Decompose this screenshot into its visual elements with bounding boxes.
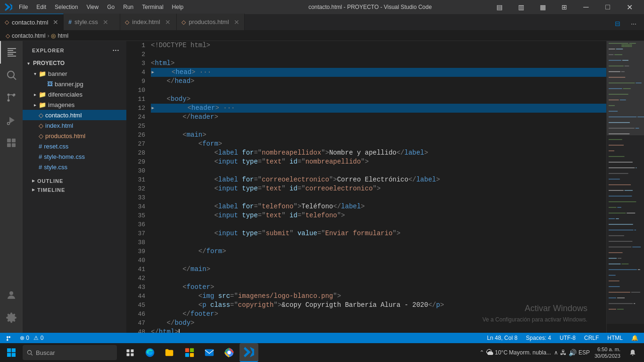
- layout-btn-2[interactable]: ▥: [510, 0, 532, 14]
- code-line-1: <!DOCTYPE html>: [151, 41, 606, 50]
- sidebar-section-outline[interactable]: ▸ OUTLINE: [23, 176, 126, 185]
- tab-label-contacto: contacto.html: [12, 19, 48, 26]
- code-line-45: <p class="copyrigth">&copy Copyrigth Bar…: [151, 301, 606, 310]
- file-icon-productos: ◇: [39, 132, 43, 140]
- svg-point-2: [8, 94, 10, 96]
- sidebar-item-index[interactable]: ◇ index.html: [23, 120, 126, 131]
- status-encoding[interactable]: UTF-8: [558, 335, 578, 341]
- taskbar-search[interactable]: Buscar: [23, 345, 117, 360]
- app-icon: [4, 2, 13, 12]
- breadcrumb: ◇ contacto.html › ◎ html: [0, 31, 644, 41]
- menu-help[interactable]: Help: [168, 2, 188, 12]
- taskbar-mail[interactable]: [200, 343, 219, 362]
- code-editor[interactable]: <!DOCTYPE html> <html> ▸ <head> ··· </he…: [149, 41, 606, 333]
- taskbar-edge[interactable]: [140, 343, 159, 362]
- code-line-11: <body>: [151, 95, 606, 104]
- activity-settings[interactable]: [0, 306, 23, 329]
- more-tabs-button[interactable]: ···: [627, 17, 640, 30]
- sidebar-item-label-imagenes: imagenes: [48, 101, 74, 108]
- tray-weather[interactable]: 🌥 10°C Mayorm. nubla...: [486, 348, 551, 357]
- menu-terminal[interactable]: Terminal: [138, 2, 167, 12]
- folder-arrow-proyecto: ▾: [25, 61, 32, 66]
- activity-search[interactable]: [0, 64, 23, 86]
- svg-rect-16: [127, 349, 130, 352]
- status-branch[interactable]: [4, 335, 14, 341]
- taskbar-vscode[interactable]: [239, 343, 258, 362]
- code-line-44: <img src="imagenes/logo-blanco.png">: [151, 292, 606, 301]
- taskbar-file-explorer[interactable]: [160, 343, 179, 362]
- sidebar-item-diferenciales[interactable]: ▸ 📁 diferenciales: [23, 89, 126, 99]
- activity-source-control[interactable]: [0, 86, 23, 109]
- code-container[interactable]: 1 2 3 4 9 10 11 12 24 25 26 27 28 29 30 …: [126, 41, 644, 333]
- taskbar-notification[interactable]: [625, 343, 640, 362]
- svg-rect-18: [127, 354, 130, 356]
- tab-productos[interactable]: ◇ productos.html ✕: [177, 14, 244, 30]
- sidebar-item-proyecto[interactable]: ▾ PROYECTO: [23, 58, 126, 68]
- tab-close-productos[interactable]: ✕: [234, 18, 239, 26]
- start-button[interactable]: [2, 343, 21, 362]
- tab-close-index[interactable]: ✕: [165, 18, 171, 26]
- menu-view[interactable]: View: [83, 2, 102, 12]
- taskbar-clock[interactable]: 6:50 a. m. 30/05/2023: [593, 346, 622, 360]
- tab-close-contacto[interactable]: ✕: [53, 18, 58, 26]
- tab-label-style: style.css: [74, 18, 98, 25]
- tab-index[interactable]: ◇ index.html ✕: [120, 14, 177, 30]
- maximize-button[interactable]: □: [597, 0, 619, 14]
- close-button[interactable]: ✕: [619, 0, 640, 14]
- activity-run[interactable]: [0, 109, 23, 132]
- sidebar-item-banner-jpg[interactable]: 🖼 banner.jpg: [23, 79, 126, 89]
- breadcrumb-file[interactable]: contacto.html: [12, 33, 45, 39]
- status-spaces[interactable]: Spaces: 4: [524, 335, 553, 341]
- tray-speaker[interactable]: 🔊: [569, 349, 577, 356]
- svg-rect-8: [7, 143, 11, 147]
- layout-btn-4[interactable]: ⊞: [553, 0, 575, 14]
- sidebar-item-reset-css[interactable]: # reset.css: [23, 141, 126, 151]
- activity-explorer[interactable]: [0, 41, 23, 64]
- split-editor-button[interactable]: ⊟: [611, 17, 624, 30]
- taskbar-chrome[interactable]: [220, 343, 239, 362]
- activity-extensions[interactable]: [0, 132, 23, 154]
- status-errors[interactable]: ⊗ 0 ⚠ 0: [18, 335, 45, 341]
- tab-contacto[interactable]: ◇ contacto.html ✕: [0, 14, 64, 30]
- sidebar-item-label-contacto: contacto.html: [45, 112, 82, 119]
- sidebar-item-banner[interactable]: ▾ 📁 banner: [23, 68, 126, 79]
- taskbar-task-view[interactable]: [121, 343, 140, 362]
- layout-btn-3[interactable]: ▦: [532, 0, 553, 14]
- sidebar-item-productos[interactable]: ◇ productos.html: [23, 131, 126, 141]
- minimize-button[interactable]: ─: [575, 0, 597, 14]
- tab-close-style[interactable]: ✕: [103, 18, 108, 26]
- sidebar-section-timeline[interactable]: ▸ TIMELINE: [23, 185, 126, 194]
- breadcrumb-section[interactable]: html: [58, 33, 68, 39]
- status-right: Ln 48, Col 8 Spaces: 4 UTF-8 CRLF HTML 🔔: [485, 335, 640, 341]
- status-line-ending[interactable]: CRLF: [582, 335, 601, 341]
- sidebar-item-style-home[interactable]: # style-home.css: [23, 151, 126, 162]
- menu-run[interactable]: Run: [119, 2, 137, 12]
- sidebar-more-button[interactable]: ···: [111, 46, 121, 55]
- tray-arrow-up[interactable]: ∧: [554, 349, 558, 356]
- code-line-28: <label for="nombreapellidox">Nombre y ap…: [151, 148, 606, 157]
- layout-btn-1[interactable]: ▤: [488, 0, 510, 14]
- sidebar-item-label-reset-css: reset.css: [44, 143, 68, 150]
- code-line-27: <form>: [151, 140, 606, 148]
- status-position[interactable]: Ln 48, Col 8: [485, 335, 520, 341]
- tray-network[interactable]: 🖧: [560, 349, 567, 356]
- minimap[interactable]: █████████████ █████████████: [606, 41, 644, 333]
- sidebar-item-imagenes[interactable]: ▸ 📁 imagenes: [23, 99, 126, 110]
- sidebar-item-contacto[interactable]: ◇ contacto.html: [23, 110, 126, 120]
- menu-file[interactable]: File: [15, 2, 32, 12]
- taskbar-store[interactable]: [180, 343, 199, 362]
- status-bell[interactable]: 🔔: [629, 335, 640, 341]
- tray-language[interactable]: ESP: [578, 349, 590, 356]
- error-count: 0: [26, 335, 29, 341]
- menu-selection[interactable]: Selection: [51, 2, 82, 12]
- svg-point-0: [8, 71, 14, 78]
- code-line-30: [151, 166, 606, 175]
- svg-point-5: [8, 123, 10, 125]
- status-language[interactable]: HTML: [605, 335, 625, 341]
- sidebar-item-style-css[interactable]: # style.css: [23, 162, 126, 172]
- menu-edit[interactable]: Edit: [33, 2, 50, 12]
- menu-go[interactable]: Go: [103, 2, 118, 12]
- tray-chevron[interactable]: ⌃: [479, 349, 484, 356]
- tab-style[interactable]: # style.css ✕: [64, 14, 120, 30]
- activity-account[interactable]: [0, 284, 23, 306]
